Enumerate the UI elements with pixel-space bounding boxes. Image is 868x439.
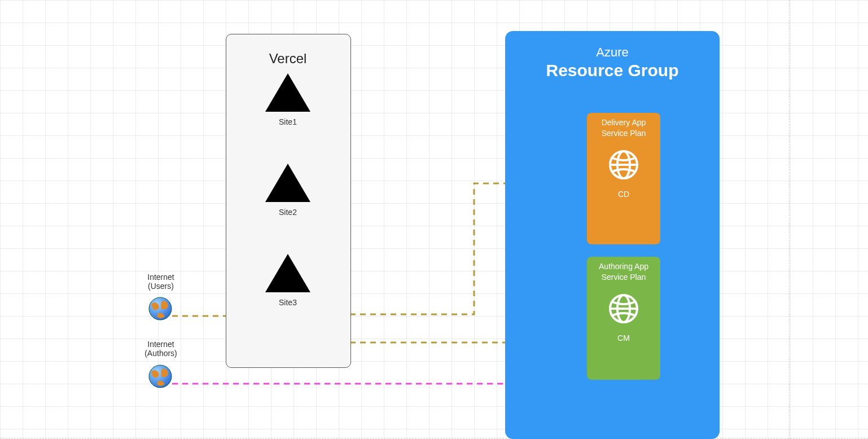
triangle-icon — [265, 254, 310, 292]
globe-icon — [608, 293, 639, 324]
site-label: Site1 — [226, 117, 350, 126]
authoring-app-service-plan[interactable]: Authoring App Service Plan CM — [587, 257, 660, 380]
azure-header-large: Resource Group — [505, 61, 720, 80]
site-label: Site2 — [226, 208, 350, 217]
azure-header-small: Azure — [505, 45, 720, 60]
plan-title: Delivery App Service Plan — [587, 117, 660, 139]
connections-layer — [0, 0, 868, 439]
vercel-title: Vercel — [226, 51, 350, 67]
azure-header: Azure Resource Group — [505, 45, 720, 80]
plan-title: Authoring App Service Plan — [587, 261, 660, 283]
triangle-icon — [265, 164, 310, 202]
earth-icon[interactable] — [148, 296, 173, 321]
internet-authors-label: Internet (Authors) — [138, 340, 183, 358]
diagram-canvas[interactable]: Vercel Site1 Site2 Site3 Azure Resource … — [0, 0, 868, 439]
vercel-site-1[interactable]: Site1 — [226, 73, 350, 126]
delivery-app-service-plan[interactable]: Delivery App Service Plan CD — [587, 113, 660, 244]
globe-icon — [608, 149, 639, 181]
internet-users-label: Internet (Users) — [138, 273, 183, 291]
site-label: Site3 — [226, 298, 350, 307]
vercel-site-3[interactable]: Site3 — [226, 254, 350, 307]
plan-label-cm: CM — [587, 333, 660, 343]
triangle-icon — [265, 73, 310, 112]
vercel-site-2[interactable]: Site2 — [226, 164, 350, 217]
plan-label-cd: CD — [587, 190, 660, 199]
earth-icon[interactable] — [148, 364, 173, 389]
